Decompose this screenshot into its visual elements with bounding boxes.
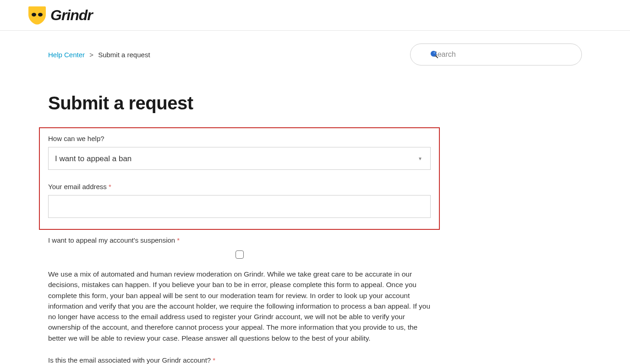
help-select[interactable]: I want to appeal a ban [48,147,431,170]
breadcrumb-home-link[interactable]: Help Center [48,51,85,59]
email-label: Your email address * [48,183,431,190]
breadcrumb: Help Center > Submit a request [48,51,150,59]
email-field[interactable] [48,195,431,218]
appeal-label: I want to appeal my account's suspension… [48,236,431,244]
appeal-checkbox-row [48,250,431,261]
brand-logo[interactable]: Grindr [27,5,603,25]
breadcrumb-separator: > [89,51,93,59]
appeal-description: We use a mix of automated and human revi… [48,269,431,343]
request-form: How can we help? I want to appeal a ban … [48,127,431,364]
svg-point-3 [433,52,435,54]
main-container: Help Center > Submit a request Submit a … [48,31,582,364]
help-field: How can we help? I want to appeal a ban … [48,135,431,170]
appeal-checkbox[interactable] [236,250,244,259]
help-select-wrap: I want to appeal a ban ▼ [48,147,431,170]
page-title: Submit a request [48,93,582,114]
email-field-group: Your email address * [48,183,431,218]
required-asterisk: * [211,356,215,364]
required-asterisk: * [107,183,111,190]
help-label: How can we help? [48,135,431,142]
search-container [410,43,582,65]
email-assoc-field-group: Is this the email associated with your G… [48,356,431,364]
grindr-mask-icon [27,5,47,25]
svg-point-1 [38,13,43,16]
email-assoc-label: Is this the email associated with your G… [48,356,431,364]
breadcrumb-current: Submit a request [98,51,150,59]
search-icon [430,50,438,59]
svg-point-0 [32,13,36,16]
appeal-field-group: I want to appeal my account's suspension… [48,236,431,343]
required-asterisk: * [175,236,180,244]
topbar: Help Center > Submit a request [48,31,582,65]
brand-logo-text: Grindr [50,7,93,24]
site-header: Grindr [0,0,630,31]
highlighted-fields: How can we help? I want to appeal a ban … [39,127,440,230]
